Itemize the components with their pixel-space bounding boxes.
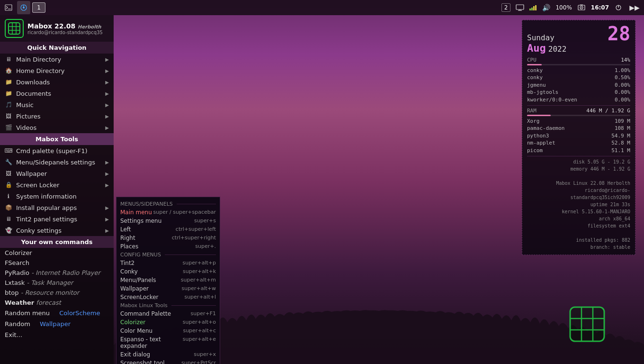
ctx-places[interactable]: Places super+.: [116, 242, 220, 251]
mabox-desktop-logo: [568, 305, 606, 345]
nav-music[interactable]: 🎵 Music ▶: [0, 99, 114, 110]
sysinfo-filesystem: filesystem ext4: [527, 222, 630, 229]
ctx-exit-dialog[interactable]: Exit dialog super+x: [116, 350, 220, 359]
ctx-places-shortcut: super+.: [195, 243, 216, 250]
ctx-main-menu[interactable]: Main menu super / super+spacebar: [116, 208, 220, 217]
sysinfo-uptime: uptime 21m 33s: [527, 201, 630, 208]
random-wallpaper-item[interactable]: Random Wallpaper: [0, 318, 114, 329]
sysinfo-cpu-label: CPU: [527, 57, 537, 63]
sysinfo-footer: disk 5.05 G - 19.2 G memory 446 M - 1.92…: [527, 158, 630, 251]
sysinfo-blank2: [527, 229, 630, 237]
sysinfo-ram-section: RAM 446 M / 1.92 G Xorg 109 M pamac-daem…: [527, 108, 630, 154]
ctx-espanso[interactable]: Espanso - text expander super+alt+e: [116, 335, 220, 350]
tool-sysinfo[interactable]: ℹ System information: [0, 191, 114, 202]
nav-documents[interactable]: 📁 Documents ▶: [0, 88, 114, 99]
ctx-colorizer-shortcut: super+alt+o: [183, 319, 216, 326]
sysinfo-ram-p1: pamac-daemon 108 M: [527, 125, 630, 132]
workspace-1-btn[interactable]: 1: [32, 2, 45, 13]
sysinfo-ram-p0: Xorg 109 M: [527, 118, 630, 125]
tool-cmd-palette[interactable]: ⌨ Cmd palette (super-F1): [0, 145, 114, 156]
nav-home-dir[interactable]: 🏠 Home Directory ▶: [0, 65, 114, 76]
cmd-pyradio[interactable]: PyRadio - Internet Radio Player: [0, 268, 114, 278]
tool-conky[interactable]: 👻 Conky settings ▶: [0, 225, 114, 236]
ctx-main-menu-shortcut: super / super+spacebar: [153, 209, 216, 216]
cmd-lxtask[interactable]: Lxtask - Task Manager: [0, 278, 114, 288]
sysinfo-divider-2: [527, 156, 630, 156]
nav-pictures[interactable]: 🖼 Pictures ▶: [0, 110, 114, 122]
taskbar: 1 2 🔊 100% 16:07 ▶▶: [0, 0, 644, 15]
app-user: ricardo@ricardo-standardpcq35: [27, 30, 103, 35]
chevron-icon: ▶: [105, 102, 109, 108]
mabox-tools-header: Mabox Tools: [0, 133, 114, 145]
sysinfo-cpu-p2: jgmenu 0.00%: [527, 82, 630, 89]
random-wp-label: Wallpaper: [40, 320, 71, 328]
terminal-icon[interactable]: [2, 1, 15, 14]
ctx-cmd-palette[interactable]: Command Palette super+F1: [116, 309, 220, 318]
sysinfo-year: 2022: [548, 45, 567, 54]
documents-icon: 📁: [5, 90, 12, 97]
cmd-weather-name: Weather: [5, 299, 34, 306]
more-icon[interactable]: ▶▶: [628, 1, 641, 14]
random-menu-item[interactable]: Random menu ColorScheme: [0, 308, 114, 318]
sysinfo-distro: Mabox Linux 22.08 Herbolth: [527, 180, 630, 187]
power-icon[interactable]: [612, 1, 625, 14]
pictures-icon: 🖼: [5, 112, 12, 120]
cmd-btop-desc: - Resource monitor: [19, 289, 80, 296]
cmd-lxtask-desc: - Task Manager: [25, 279, 73, 286]
workspace-2-btn[interactable]: 2: [501, 3, 511, 12]
chevron-icon: ▶: [105, 217, 109, 222]
screenshot-icon[interactable]: [575, 1, 588, 14]
svg-point-3: [23, 7, 25, 9]
sysinfo-ram-p2: python3 54.9 M: [527, 132, 630, 139]
chevron-icon: ▶: [105, 182, 109, 188]
random-menu-label: Random menu: [5, 309, 50, 317]
cmd-pyradio-name: PyRadio: [5, 269, 29, 276]
random-wp-prefix: Random: [5, 320, 30, 328]
ctx-right[interactable]: Right ctrl+super+right: [116, 234, 220, 242]
tool-menu-settings[interactable]: 🔧 Menu/Sidepanels settings ▶: [0, 156, 114, 168]
chevron-icon: ▶: [105, 80, 109, 85]
volume-icon[interactable]: 🔊: [539, 1, 553, 14]
sysinfo-ram-label: RAM: [527, 108, 537, 114]
sysinfo-kernel: kernel 5.15.60-1-MANJARO: [527, 208, 630, 215]
display-icon[interactable]: [513, 1, 527, 14]
cmd-weather[interactable]: Weather forecast: [0, 298, 114, 308]
tool-install-apps[interactable]: 📦 Install popular apps ▶: [0, 202, 114, 213]
ctx-conky-shortcut: super+alt+k: [183, 268, 216, 275]
exit-item[interactable]: Exit...: [0, 329, 114, 340]
chevron-icon: ▶: [105, 68, 109, 73]
ctx-left[interactable]: Left ctrl+super+left: [116, 225, 220, 234]
ctx-screenlocker[interactable]: ScreenLocker super+alt+l: [116, 293, 220, 301]
ctx-color-menu[interactable]: Color Menu super+alt+c: [116, 327, 220, 335]
ctx-left-label: Left: [120, 226, 131, 233]
sysinfo-memory: memory 446 M - 1.92 G: [527, 165, 630, 173]
sidebar: Mabox 22.08 Herbolth ricardo@ricardo-sta…: [0, 15, 114, 364]
cmd-colorizer[interactable]: Colorizer: [0, 248, 114, 258]
tool-tint2[interactable]: 🖥 Tint2 panel settings ▶: [0, 213, 114, 225]
browser-icon[interactable]: [17, 1, 30, 14]
sysinfo-ram-fill: [527, 115, 551, 116]
tool-screen-locker[interactable]: 🔒 Screen Locker ▶: [0, 179, 114, 191]
ctx-screenshot-label: Screenshot tool: [120, 360, 165, 364]
sysinfo-ram-bar-row: RAM 446 M / 1.92 G: [527, 108, 630, 114]
cmd-fsearch[interactable]: FSearch: [0, 258, 114, 268]
ctx-wallpaper-label: Wallpaper: [120, 285, 149, 292]
ctx-menu-panels[interactable]: Menu/Panels super+alt+m: [116, 276, 220, 284]
ctx-wallpaper[interactable]: Wallpaper super+alt+w: [116, 284, 220, 293]
nav-main-dir[interactable]: 🖥 Main Directory ▶: [0, 54, 114, 65]
cmd-btop[interactable]: btop - Resource monitor: [0, 288, 114, 298]
tool-wallpaper[interactable]: 🖼 Wallpaper ▶: [0, 168, 114, 179]
ctx-settings-menu[interactable]: Settings menu super+s: [116, 217, 220, 225]
ctx-conky[interactable]: Conky super+alt+k: [116, 267, 220, 276]
panel-icon: 🖥: [5, 215, 12, 223]
ctx-tint2[interactable]: Tint2 super+alt+p: [116, 259, 220, 267]
ctx-screenshot[interactable]: Screenshot tool super+PrtScr: [116, 359, 220, 364]
volume-bars-icon: [529, 5, 537, 10]
sysinfo-cpu-p1: conky 0.50%: [527, 74, 630, 81]
ctx-tint2-shortcut: super+alt+p: [182, 260, 216, 266]
chevron-icon: ▶: [105, 91, 109, 96]
nav-downloads[interactable]: 📁 Downloads ▶: [0, 76, 114, 88]
nav-videos[interactable]: 🎬 Videos ▶: [0, 122, 114, 133]
sysinfo-branch: branch: stable: [527, 244, 630, 251]
ctx-colorizer[interactable]: Colorizer super+alt+o: [116, 318, 220, 327]
